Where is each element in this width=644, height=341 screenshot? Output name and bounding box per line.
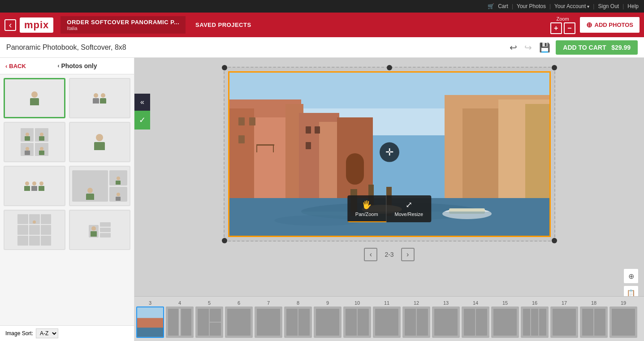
filmstrip-page-17[interactable]: 17 — [550, 300, 578, 338]
zoom-in-button[interactable]: + — [550, 22, 562, 34]
filmstrip-page-19[interactable]: 19 — [609, 300, 637, 338]
handle-bottom-left[interactable] — [222, 238, 227, 243]
handle-top-center[interactable] — [387, 65, 392, 70]
toolbar-row: Panoramic Photobook, Softcover, 8x8 ↩ ↪ … — [0, 37, 644, 58]
canvas-photo[interactable]: ✛ 🖐 Pan/Zoom ⤢ Move/Resize — [228, 71, 551, 237]
chevron-left-icon: ‹ — [57, 63, 59, 69]
canvas-navigation: ‹ 2-3 › — [364, 248, 414, 261]
svg-rect-32 — [273, 146, 274, 152]
filmstrip-page-11[interactable]: 11 — [373, 300, 401, 338]
image-sort-label: Image Sort: — [5, 330, 33, 337]
layout-item-many[interactable] — [4, 210, 65, 250]
svg-rect-9 — [346, 153, 364, 185]
your-account-link[interactable]: Your Account ▾ — [554, 3, 589, 9]
back-link[interactable]: ‹ BACK — [5, 63, 26, 69]
photos-only-label[interactable]: ‹ Photos only — [26, 62, 129, 69]
next-page-button[interactable]: › — [401, 248, 415, 261]
filmstrip-page-18[interactable]: 18 — [580, 300, 608, 338]
filmstrip-page-9[interactable]: 9 — [314, 300, 341, 338]
page-title: Panoramic Photobook, Softcover, 8x8 — [6, 43, 508, 52]
filmstrip[interactable]: 3 4 5 — [134, 296, 644, 341]
svg-rect-27 — [306, 126, 311, 134]
svg-rect-30 — [256, 144, 274, 146]
filmstrip-page-13[interactable]: 13 — [432, 300, 460, 338]
pan-handle[interactable]: ✛ — [380, 142, 399, 162]
toolbar-actions: ↩ ↪ 💾 ADD TO CART $29.99 — [508, 40, 638, 55]
filmstrip-page-14[interactable]: 14 — [462, 300, 489, 338]
filmstrip-page-6[interactable]: 6 — [225, 300, 253, 338]
left-panel-header: ‹ BACK ‹ Photos only — [0, 58, 134, 74]
filmstrip-page-8[interactable]: 8 — [284, 300, 312, 338]
filmstrip-page-12[interactable]: 12 — [402, 300, 430, 338]
logo[interactable]: mpix — [20, 17, 53, 33]
zoom-label: Zoom — [557, 16, 569, 22]
collapse-panel-button[interactable]: « — [134, 94, 150, 111]
confirm-button[interactable]: ✓ — [134, 111, 150, 129]
svg-rect-24 — [238, 117, 245, 125]
main-area: ‹ BACK ‹ Photos only — [0, 58, 644, 341]
add-photos-icon: ⊕ — [586, 21, 592, 29]
your-photos-link[interactable]: Your Photos — [517, 3, 546, 9]
move-resize-button[interactable]: ⤢ Move/Resize — [387, 195, 432, 222]
svg-rect-35 — [137, 328, 163, 337]
pan-zoom-button[interactable]: 🖐 Pan/Zoom — [347, 195, 387, 222]
person-body — [30, 98, 39, 105]
zoom-to-fit-button[interactable]: ⊕ — [623, 268, 639, 284]
undo-button[interactable]: ↩ — [508, 40, 519, 55]
layout-item-grid-small[interactable] — [4, 122, 65, 162]
zoom-control: Zoom + − — [550, 16, 575, 34]
layout-item-two-portrait[interactable] — [69, 78, 131, 118]
redo-button[interactable]: ↪ — [523, 40, 534, 55]
filmstrip-page-15[interactable]: 15 — [491, 300, 519, 338]
svg-rect-29 — [306, 142, 311, 149]
canvas-wrapper: ✛ 🖐 Pan/Zoom ⤢ Move/Resize — [224, 67, 555, 242]
layout-item-single[interactable] — [4, 78, 65, 118]
page-indicator: 2-3 — [385, 251, 393, 258]
canvas-outer: ✛ 🖐 Pan/Zoom ⤢ Move/Resize — [224, 67, 555, 242]
layout-item-single-tall[interactable] — [69, 122, 131, 162]
person-head — [101, 93, 105, 98]
svg-rect-25 — [249, 117, 255, 125]
svg-rect-26 — [238, 135, 245, 143]
filmstrip-page-5[interactable]: 5 — [195, 300, 223, 338]
help-link[interactable]: Help — [627, 3, 639, 9]
filmstrip-page-16[interactable]: 16 — [521, 300, 549, 338]
filmstrip-page-7[interactable]: 7 — [255, 300, 282, 338]
layout-item-mixed[interactable] — [69, 166, 131, 206]
top-navigation: 🛒 Cart | Your Photos | Your Account ▾ | … — [0, 0, 644, 13]
collapse-button-group: « ✓ — [134, 94, 150, 129]
svg-rect-34 — [137, 318, 163, 328]
pan-zoom-icon: 🖐 — [362, 200, 372, 210]
person-body — [93, 98, 99, 104]
zoom-out-button[interactable]: − — [564, 22, 575, 34]
saved-projects-link[interactable]: SAVED PROJECTS — [191, 19, 256, 31]
filmstrip-page-3[interactable]: 3 — [136, 300, 164, 338]
handle-top-left[interactable] — [222, 65, 227, 70]
layout-grid — [0, 74, 134, 325]
order-title-block[interactable]: ORDER SOFTCOVER PANORAMIC P... Italia — [61, 16, 186, 34]
handle-bottom-right[interactable] — [552, 238, 557, 243]
cart-icon: 🛒 — [488, 3, 494, 9]
photo-toolbar: 🖐 Pan/Zoom ⤢ Move/Resize — [347, 195, 431, 222]
left-panel: ‹ BACK ‹ Photos only — [0, 58, 134, 341]
film-thumb-3[interactable] — [136, 306, 164, 338]
layout-item-portrait-wide[interactable] — [69, 210, 131, 250]
header: ‹ mpix ORDER SOFTCOVER PANORAMIC P... It… — [0, 13, 644, 37]
account-chevron-icon: ▾ — [587, 4, 589, 9]
header-back-button[interactable]: ‹ — [4, 19, 16, 31]
canvas-area: « ✓ — [134, 58, 644, 341]
add-to-cart-button[interactable]: ADD TO CART $29.99 — [556, 40, 638, 55]
order-title: ORDER SOFTCOVER PANORAMIC P... — [67, 19, 179, 26]
filmstrip-page-4[interactable]: 4 — [166, 300, 194, 338]
add-photos-button[interactable]: ⊕ ADD PHOTOS — [580, 17, 640, 33]
handle-top-right[interactable] — [552, 65, 557, 70]
image-sort-select[interactable]: A-Z — [36, 328, 58, 338]
cart-link[interactable]: Cart — [498, 3, 508, 9]
back-chevron-icon: ‹ — [5, 63, 7, 69]
sign-out-link[interactable]: Sign Out — [598, 3, 619, 9]
move-resize-icon: ⤢ — [406, 200, 412, 210]
filmstrip-page-10[interactable]: 10 — [343, 300, 371, 338]
save-button[interactable]: 💾 — [537, 40, 552, 55]
layout-item-three[interactable] — [4, 166, 65, 206]
prev-page-button[interactable]: ‹ — [364, 248, 377, 261]
